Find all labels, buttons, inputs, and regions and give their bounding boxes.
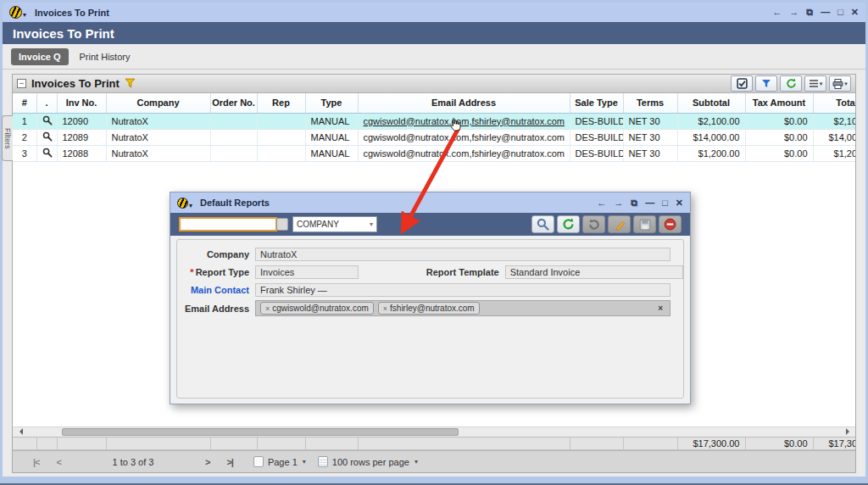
email-address-field[interactable]: ×cgwiswold@nutratox.com×fshirley@nutrato…: [255, 300, 670, 316]
dialog-search-field-select[interactable]: COMPANY ▾: [292, 216, 377, 232]
cell-total: $1,200.00: [813, 145, 855, 161]
table-row[interactable]: 212089NutratoXMANUALcgwiswold@nutratox.c…: [13, 129, 855, 145]
cell-type: MANUAL: [305, 113, 358, 129]
select-rows-button[interactable]: [731, 75, 753, 92]
invoices-table: #.Inv No.CompanyOrder No.RepTypeEmail Ad…: [13, 93, 855, 162]
main-contact-field[interactable]: Frank Shirley —: [255, 283, 670, 297]
report-type-field[interactable]: Invoices: [255, 265, 359, 279]
report-template-field[interactable]: Standard Invoice: [505, 265, 683, 279]
dialog-search-button[interactable]: [531, 215, 554, 233]
email-link[interactable]: cgwiswold@nutratox.com,fshirley@nutratox…: [364, 132, 565, 142]
dialog-minimize-icon[interactable]: —: [645, 198, 654, 208]
remove-tag-icon[interactable]: ×: [383, 304, 387, 313]
column-header-order_no[interactable]: Order No.: [210, 93, 257, 113]
dialog-search-field-button[interactable]: [276, 218, 288, 231]
email-tag-chip[interactable]: ×fshirley@nutratox.com: [378, 302, 480, 315]
grid-table-area: #.Inv No.CompanyOrder No.RepTypeEmail Ad…: [13, 93, 855, 162]
prev-page-button[interactable]: <: [48, 457, 70, 467]
column-header-subtotal[interactable]: Subtotal: [677, 93, 745, 113]
filters-side-tab[interactable]: Filters: [2, 115, 13, 161]
cell-type: MANUAL: [305, 145, 358, 161]
tab-print-history[interactable]: Print History: [72, 48, 138, 65]
summary-cell-order_no: [210, 438, 257, 450]
rows-per-page-caret-icon[interactable]: ▾: [415, 458, 418, 465]
page-selector-caret-icon[interactable]: ▾: [303, 458, 306, 465]
dialog-save-button[interactable]: [633, 215, 656, 233]
collapse-panel-icon[interactable]: −: [17, 79, 26, 88]
column-header-rep[interactable]: Rep: [257, 93, 305, 113]
column-header-total[interactable]: Total: [813, 93, 855, 113]
dialog-menu-caret-icon[interactable]: ▾: [189, 202, 192, 209]
minimize-icon[interactable]: —: [821, 8, 830, 17]
scrollbar-thumb[interactable]: [62, 428, 459, 436]
rows-per-page-selector[interactable]: 100 rows per page: [332, 457, 409, 467]
company-label: Company: [177, 249, 255, 259]
column-header-sale_type[interactable]: Sale Type: [570, 93, 623, 113]
report-type-label: *Report Type: [177, 267, 255, 277]
application-window: ▾ Invoices To Print ← → ⧉ — □ ✕ Invoices…: [0, 0, 868, 485]
dialog-popout-icon[interactable]: ⧉: [631, 198, 637, 208]
cell-type: MANUAL: [305, 129, 358, 145]
cell-company: NutratoX: [106, 129, 210, 145]
popout-icon[interactable]: ⧉: [806, 8, 813, 17]
main-contact-link[interactable]: Main Contact: [177, 285, 255, 295]
dialog-back-icon[interactable]: ←: [597, 198, 606, 208]
dialog-forward-icon[interactable]: →: [614, 198, 623, 208]
horizontal-scrollbar[interactable]: [13, 426, 855, 437]
column-header-tax_amount[interactable]: Tax Amount: [745, 93, 813, 113]
dialog-refresh-button[interactable]: [557, 215, 580, 233]
cell-terms: NET 30: [623, 145, 677, 161]
page-header: Invoices To Print: [3, 22, 865, 44]
filter-funnel-icon[interactable]: [125, 78, 136, 89]
summary-row: $17,300.00$0.00$17,300.00: [13, 438, 855, 450]
refresh-button[interactable]: [780, 75, 802, 92]
row-zoom-icon[interactable]: [36, 145, 57, 161]
table-row[interactable]: 312088NutratoXMANUALcgwiswold@nutratox.c…: [13, 145, 855, 161]
column-header-company[interactable]: Company: [106, 93, 210, 113]
tab-invoice-q[interactable]: Invoice Q: [11, 48, 69, 65]
forward-icon[interactable]: →: [789, 8, 798, 17]
remove-tag-icon[interactable]: ×: [265, 304, 270, 313]
column-header-type[interactable]: Type: [305, 93, 358, 113]
column-header-zoom[interactable]: .: [36, 93, 57, 113]
app-menu-caret-icon[interactable]: ▾: [23, 11, 26, 19]
column-header-inv_no[interactable]: Inv No.: [57, 93, 106, 113]
list-options-button[interactable]: ▾: [804, 75, 826, 92]
clear-emails-icon[interactable]: ×: [658, 304, 665, 313]
email-link[interactable]: cgwiswold@nutratox.com,fshirley@nutratox…: [364, 148, 565, 159]
column-header-num[interactable]: #: [13, 93, 36, 113]
last-page-button[interactable]: >|: [218, 457, 242, 467]
print-button[interactable]: ▾: [829, 75, 851, 92]
dialog-maximize-icon[interactable]: □: [662, 198, 668, 208]
maximize-icon[interactable]: □: [837, 8, 843, 17]
dialog-delete-button[interactable]: [659, 215, 682, 233]
dialog-search-input[interactable]: [179, 217, 277, 231]
table-header-row: #.Inv No.CompanyOrder No.RepTypeEmail Ad…: [13, 93, 855, 113]
company-field[interactable]: NutratoX: [255, 248, 670, 261]
filter-button[interactable]: [755, 75, 777, 92]
refresh-icon: [562, 218, 575, 231]
close-icon[interactable]: ✕: [851, 8, 859, 17]
dialog-edit-button[interactable]: [608, 215, 631, 233]
scroll-left-icon[interactable]: [14, 427, 26, 437]
cell-total: $14,000.00: [813, 129, 855, 145]
cell-inv_no: 12089: [57, 129, 106, 145]
page-selector[interactable]: Page 1: [268, 457, 298, 467]
back-icon[interactable]: ←: [772, 8, 782, 17]
grid-panel-title: Invoices To Print: [31, 77, 120, 90]
email-tag-chip[interactable]: ×cgwiswold@nutratox.com: [260, 302, 374, 315]
cell-email: cgwiswold@nutratox.com,fshirley@nutratox…: [358, 129, 570, 145]
dialog-close-icon[interactable]: ✕: [676, 198, 683, 208]
first-page-button[interactable]: |<: [25, 457, 48, 467]
table-row[interactable]: 112090NutratoXMANUALcgwiswold@nutratox.c…: [13, 113, 855, 129]
next-page-button[interactable]: >: [197, 457, 218, 467]
column-header-email[interactable]: Email Address: [358, 93, 570, 113]
dialog-undo-button[interactable]: [582, 215, 605, 233]
row-zoom-icon[interactable]: [36, 129, 57, 145]
row-zoom-icon[interactable]: [36, 113, 57, 129]
scroll-right-icon[interactable]: [842, 427, 854, 437]
email-link[interactable]: cgwiswold@nutratox.com,fshirley@nutratox…: [364, 116, 565, 126]
cell-num: 2: [13, 129, 36, 145]
filters-side-tab-label: Filters: [3, 128, 12, 149]
column-header-terms[interactable]: Terms: [623, 93, 677, 113]
